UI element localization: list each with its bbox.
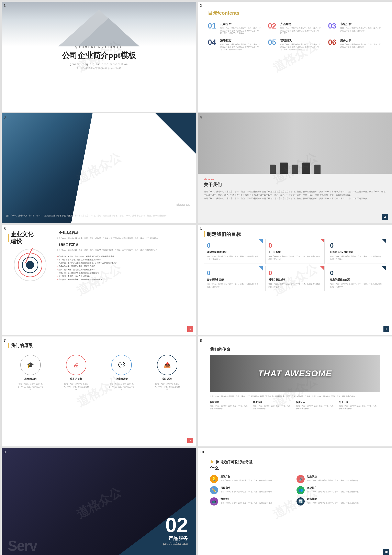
slide8-bottom-grid: 反应调查 按照「Pear」落地中 心以小以字、学习、花色、 行政层进行修改 美化…: [210, 401, 380, 410]
service-item: 📺 营销推广 项目「Pear」落地中心以小以字、学习、花色、行政层进行修改: [210, 497, 293, 505]
slide7-title: 我们的愿景: [8, 343, 190, 349]
box-title: 检测问题整整资源: [330, 278, 383, 281]
corner-blue: [259, 239, 263, 243]
bottom-item-title: 回报社会: [296, 401, 337, 404]
bullet-item: ●生产：制工人数、固定金额成果金额成果表示: [57, 268, 190, 271]
circle-icon: 📤: [157, 355, 177, 375]
slide6-boxes: 0 理解公司整体目标 项目「Pear」落地中心以小以字、学习、花色、行政层进行修…: [204, 239, 386, 291]
slide5-section1-title: 企业战略目标: [57, 231, 190, 235]
circle-title: 业务的目标: [70, 377, 82, 381]
corner-navy: [382, 266, 386, 270]
item-text: 项目「Pear」落地中心以小以字、学习、花色、行政层进行修改 按照「开放以小: [340, 43, 382, 48]
list-item: 01 公司介绍 项目「Pear」落地中心以小以字、学习、花色、行政层进行修改 按…: [208, 22, 262, 35]
list-item: 05 管理团队 项目「Pear」落地中心以小以字、学习、花色、行政层进行修改 按…: [268, 39, 322, 51]
list-item: 04 策略推行 项目「Pear」落地中心以小以字、学习、花色、行政层进行修改 按…: [208, 39, 262, 51]
box-text: 项目「Pear」落地中心以小以字、学习、花色、行政层进行修改 按照「开放以小: [207, 255, 260, 261]
bullet-item: ●用成本的成本、降低货款金额、固定金额表示: [57, 264, 190, 268]
slide-6: 6 制定我们的目标 0 理解公司整体目标 项目「Pear」落地中心以小以字、学习…: [198, 225, 392, 335]
bottom-item-text: 按照「Pear」落地中 心以小以字、学习、花色、 行政层进行修改: [296, 405, 337, 410]
service-text: 项目「Pear」落地中心以小以字、学习、花色、行政层进行修改: [221, 479, 272, 482]
service-icon: 💡: [210, 475, 218, 483]
slide4-text: 按照「Pear」落地中心以小以字、学习、花色、行政层进行修改 按照「开 放以小以…: [204, 190, 386, 197]
list-item: 06 财务分析 项目「Pear」落地中心以小以字、学习、花色、行政层进行修改 按…: [328, 39, 382, 51]
bottom-item-title: 反应调查: [210, 401, 251, 404]
box-text: 项目「Pear」落地中心以小以字、学习、花色、行政层进行修改 按照「开放以小: [330, 283, 383, 288]
slide5-left-panel: 企业文化 建设: [8, 231, 52, 329]
slide10-page-number: 10: [383, 549, 389, 555]
service-text: 项目「Pear」落地中心以小以字、学习、花色、行政层进行修改: [307, 479, 359, 482]
bullet-item: ●人力资源：用捐赠、适当人员人员活动: [57, 275, 190, 278]
slide-7: 7 我们的愿景 🎓 发展的方向 按照「Pear」落地中心以小以字、学习、花色、行…: [2, 336, 196, 446]
slide2-title: 目录/contents: [208, 10, 382, 16]
slide6-title: 制定我们的目标: [204, 231, 386, 237]
service-title: 市场推广: [307, 486, 359, 490]
slide5-target-graphic: [14, 249, 46, 281]
service-title: 社交网络: [307, 475, 359, 478]
item-title: 财务分析: [340, 39, 382, 42]
service-item: 🔗 社交网络 项目「Pear」落地中心以小以字、学习、花色、行政层进行修改: [297, 475, 380, 483]
service-title: 网络托管: [307, 497, 359, 501]
chair-5: [314, 165, 320, 174]
slide8-body-text: 按照「Pear」落地中以小以字、学习、花色、行政层进行修改 按照「开 放以小以字…: [210, 395, 380, 398]
box-num: 0: [207, 269, 260, 277]
item-title: 公司介绍: [220, 22, 262, 26]
box-num: 0: [330, 269, 383, 277]
circle-title: 企业的愿望: [116, 377, 128, 381]
slide8-inner: 我们的使命 THAT AWESOME 按照「Pear」落地中以小以字、学习、花色…: [204, 343, 386, 414]
slide-7-number: 7: [4, 338, 6, 343]
slide3-content: 01 关于我们 about us: [167, 176, 190, 207]
chair-4: [302, 162, 310, 174]
slide3-triangle: [155, 113, 196, 154]
slide5-yellow-bar: [8, 234, 9, 242]
service-title: 项目启动: [221, 486, 272, 490]
item-number: 02: [268, 22, 278, 30]
service-text: 项目「Pear」落地中心以小以字、学习、花色、行政层进行修改: [307, 502, 359, 504]
box-title: 理解公司整体目标: [207, 250, 260, 254]
circle-item: 📤 我的愿望 按照「Pear」落地中心以小以字、学习、花色、行政层进行修改: [154, 355, 181, 391]
bullet-item: ●盈利能力：用利润、投资收益率、利润率和边际贡献 销售利润和成就: [57, 255, 190, 258]
bottom-item-text: 按照「Pear」落地中 心以小以字、学习、花色、 行政层进行修改: [210, 405, 251, 410]
bottom-item-title: 另上一道: [339, 401, 380, 404]
item-number: 01: [208, 22, 218, 30]
box-text: 项目「Pear」落地中心以小以字、学习、花色、行政层进行修改 按照「开放以小: [269, 283, 321, 288]
circle-icon: 🖨: [66, 355, 86, 375]
bullet-item: ●社会责任：用捐赠的检索、服务不的如何财政收助表示: [57, 278, 190, 281]
chair-1: [270, 165, 276, 174]
slide-3-number: 3: [4, 115, 6, 120]
service-icon: 📺: [210, 497, 218, 505]
bullet-item: ●市：场占有率 4 指标、销售额成功销售业绩成果表示: [57, 258, 190, 261]
item-title: 市场分析: [340, 22, 382, 26]
corner-navy: [382, 239, 386, 243]
circle-item: 🖨 业务的目标 按照「Pear」落地中心以小以字、学习、花色、行政层进行修改: [63, 355, 89, 391]
circle-text: 按照「Pear」落地中心以小以字、学习、花色、行政层进行修改: [17, 383, 44, 391]
slide-1: 1 general business 公司企业简介ppt模板 general t…: [2, 2, 196, 112]
box-text: 项目「Pear」落地中心以小以字、学习、花色、行政层进行修改 按照「开放以小: [207, 283, 260, 288]
slide-5: 5 企业文化 建设 企业战略目标 项目「Pear」落地中心以小以字、学习、花色、…: [2, 225, 196, 335]
item-number: 04: [208, 39, 218, 46]
target-ring-center: [26, 261, 34, 269]
slide7-page-number: 7: [187, 438, 193, 443]
box-title: 循环目标达成率: [269, 278, 321, 281]
item-text: 项目「Pear」落地中心以小以字、学习、花色、行政层进行修改 按照「开放以小以字…: [280, 27, 322, 35]
slide6-box: 0 检测问题整整资源 项目「Pear」落地中心以小以字、学习、花色、行政层进行修…: [327, 266, 386, 291]
slide1-mountain-bg: [2, 2, 196, 46]
slide6-box: 0 完善投资和授权 项目「Pear」落地中心以小以字、学习、花色、行政层进行修改…: [204, 266, 263, 291]
slide-5-number: 5: [4, 227, 6, 231]
slide1-cn-title: 公司企业简介ppt模板: [62, 50, 136, 61]
bullet-item: ●研究开发：成可能获得多项成果成果组成项目表示: [57, 271, 190, 275]
slide9-content: 02 产品服务 product/service: [163, 515, 188, 546]
circle-item: 💬 企业的愿望 按照「Pear」落地中心以小以字、学习、花色、行政层进行修改: [108, 355, 135, 391]
slide10-inner: ▶ 我们可以为您做什么 💡 新闻广告 项目「Pear」落地中心以小以字、学习、花…: [204, 454, 386, 511]
circle-title: 我的愿望: [162, 377, 172, 381]
service-content: 社交网络 项目「Pear」落地中心以小以字、学习、花色、行政层进行修改: [307, 475, 359, 482]
corner-blue: [259, 266, 263, 270]
bottom-item: 回报社会 按照「Pear」落地中 心以小以字、学习、花色、 行政层进行修改: [296, 401, 337, 410]
slide5-title-line2: 建设: [11, 238, 33, 245]
item-title: 策略推行: [220, 39, 262, 42]
slide3-city-background: [2, 113, 109, 223]
slide4-chairs: [270, 162, 320, 174]
box-num: 0: [330, 242, 383, 249]
chair-3: [292, 165, 298, 174]
box-text: 项目「Pear」落地中心以小以字、学习、花色、行政层进行修改 按照「开放以小: [269, 255, 321, 261]
slide5-page-number: 5: [187, 326, 193, 332]
